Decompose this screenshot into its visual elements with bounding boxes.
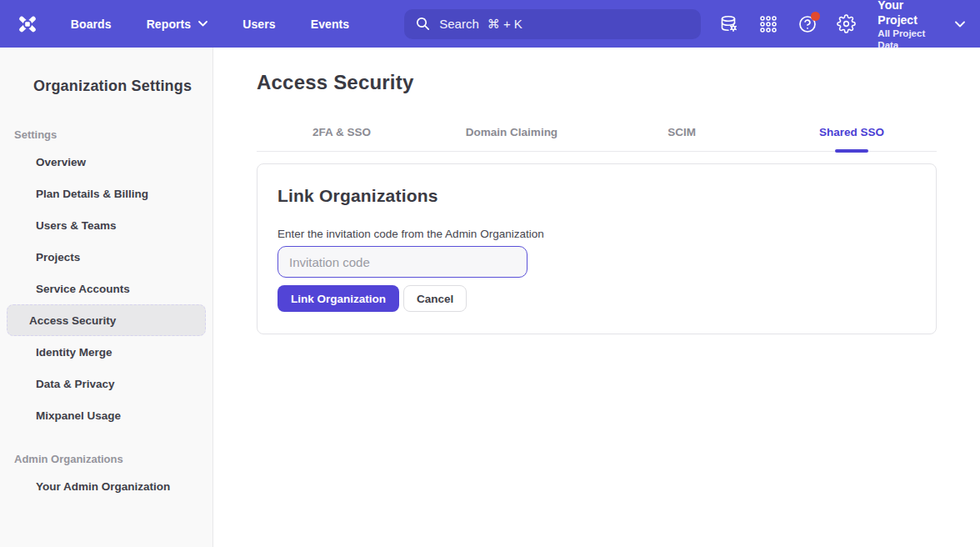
sidebar-item-users-teams[interactable]: Users & Teams: [7, 209, 206, 241]
top-navigation-bar: Boards Reports Users Events Search ⌘ + K: [0, 0, 980, 48]
sidebar-item-service-accounts[interactable]: Service Accounts: [7, 273, 206, 304]
nav-item-label: Events: [311, 18, 350, 31]
nav-item-label: Reports: [147, 18, 192, 31]
nav-right-cluster: Your Project All Project Data: [701, 0, 965, 51]
tab-shared-sso[interactable]: Shared SSO: [767, 118, 937, 151]
tab-scim[interactable]: SCIM: [597, 118, 767, 151]
search-icon: [416, 17, 430, 31]
settings-sidebar: Organization Settings Settings Overview …: [0, 48, 213, 547]
sidebar-item-label: Data & Privacy: [36, 378, 115, 390]
sidebar-item-label: Mixpanel Usage: [36, 409, 121, 422]
nav-item-label: Users: [242, 18, 275, 31]
data-management-icon[interactable]: [719, 13, 740, 35]
sidebar-item-label: Users & Teams: [36, 219, 117, 232]
nav-links: Boards Reports Users Events: [71, 18, 384, 31]
nav-item-label: Boards: [71, 18, 112, 31]
search-shortcut: ⌘ + K: [488, 17, 522, 32]
sidebar-item-label: Projects: [36, 251, 80, 263]
link-organizations-card: Link Organizations Enter the invitation …: [257, 163, 937, 334]
search-placeholder: Search: [439, 17, 479, 31]
sidebar-item-plan-details-billing[interactable]: Plan Details & Billing: [7, 178, 206, 209]
sidebar-item-projects[interactable]: Projects: [7, 241, 206, 273]
sidebar-item-label: Plan Details & Billing: [36, 188, 148, 200]
apps-grid-icon[interactable]: [758, 13, 779, 35]
sidebar-item-label: Overview: [36, 156, 86, 168]
active-tab-indicator: [835, 149, 868, 153]
nav-item-events[interactable]: Events: [311, 18, 350, 31]
sidebar-section-settings: Settings: [14, 128, 212, 141]
sidebar-section-admin-organizations: Admin Organizations: [14, 453, 212, 465]
project-name: Your Project: [878, 0, 943, 28]
tab-domain-claiming[interactable]: Domain Claiming: [427, 118, 597, 151]
notification-dot: [811, 12, 820, 21]
sidebar-item-label: Access Security: [29, 314, 116, 327]
chevron-down-icon: [955, 21, 965, 28]
tab-label: SCIM: [668, 126, 696, 138]
invitation-code-label: Enter the invitation code from the Admin…: [278, 228, 916, 240]
tab-label: 2FA & SSO: [312, 126, 371, 138]
sidebar-item-label: Your Admin Organization: [36, 480, 170, 493]
project-switcher[interactable]: Your Project All Project Data: [878, 0, 965, 51]
tab-label: Domain Claiming: [466, 126, 558, 138]
tab-bar: 2FA & SSO Domain Claiming SCIM Shared SS…: [257, 118, 937, 152]
mixpanel-logo[interactable]: [15, 11, 41, 38]
tab-2fa-sso[interactable]: 2FA & SSO: [257, 118, 427, 151]
link-organization-button[interactable]: Link Organization: [278, 285, 399, 312]
help-icon[interactable]: [797, 13, 818, 35]
sidebar-item-data-privacy[interactable]: Data & Privacy: [7, 368, 206, 399]
main-content: Access Security 2FA & SSO Domain Claimin…: [213, 48, 980, 547]
sidebar-item-mixpanel-usage[interactable]: Mixpanel Usage: [7, 399, 206, 431]
sidebar-item-your-admin-organization[interactable]: Your Admin Organization: [7, 470, 206, 502]
sidebar-item-overview[interactable]: Overview: [7, 146, 206, 178]
sidebar-item-label: Service Accounts: [36, 283, 130, 295]
nav-item-boards[interactable]: Boards: [71, 18, 112, 31]
global-search-input[interactable]: Search ⌘ + K: [404, 9, 701, 39]
settings-gear-icon[interactable]: [836, 13, 857, 35]
tab-label: Shared SSO: [819, 126, 884, 138]
sidebar-item-access-security[interactable]: Access Security: [7, 304, 206, 336]
invitation-code-input[interactable]: [278, 246, 528, 278]
nav-item-users[interactable]: Users: [242, 18, 275, 31]
nav-item-reports[interactable]: Reports: [147, 18, 208, 31]
sidebar-title: Organization Settings: [33, 78, 212, 95]
page-title: Access Security: [257, 71, 937, 94]
sidebar-item-identity-merge[interactable]: Identity Merge: [7, 336, 206, 368]
sidebar-item-label: Identity Merge: [36, 346, 112, 359]
button-row: Link Organization Cancel: [278, 285, 916, 312]
card-title: Link Organizations: [278, 186, 916, 206]
chevron-down-icon: [198, 21, 208, 27]
cancel-button[interactable]: Cancel: [403, 285, 467, 312]
